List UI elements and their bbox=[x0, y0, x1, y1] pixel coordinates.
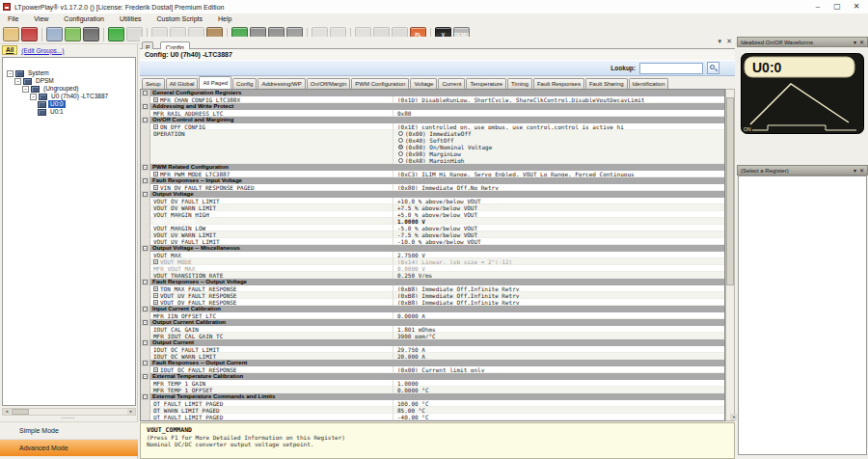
tree-expander-icon[interactable]: − bbox=[30, 94, 37, 100]
register-row-vin-ov-fault-response-paged[interactable]: +VIN_OV_FAULT_RESPONSE_PAGED(0x80) Immed… bbox=[141, 184, 724, 191]
register-row-iout-oc-fault-limit[interactable]: IOUT_OC_FAULT_LIMIT29.750 A bbox=[141, 346, 724, 353]
tree-item-u0-0[interactable]: U0:0 bbox=[3, 100, 135, 108]
radio-option[interactable]: (0x98) MarginLow bbox=[397, 150, 724, 157]
register-name-cell[interactable]: +TON_MAX_FAULT_RESPONSE bbox=[150, 285, 393, 292]
register-value-cell[interactable]: 2.7500 V bbox=[393, 252, 724, 258]
tree-item-u0-1[interactable]: U0:1 bbox=[3, 108, 135, 116]
register-row-ot-fault-limit-paged[interactable]: OT_FAULT_LIMIT_PAGED100.00 °C bbox=[141, 400, 724, 407]
register-value-cell[interactable]: +10.0 % above/below VOUT bbox=[393, 198, 724, 204]
section-header[interactable]: −External Temperature Calibration bbox=[141, 373, 724, 380]
register-row-operation[interactable]: OPERATION(0x00) ImmediateOff(0x40) SoftO… bbox=[141, 130, 724, 164]
register-row-mfr-pwm-mode-ltc3887[interactable]: +MFR_PWM_MODE_LTC3887(0xC3) ILIM Hi Rang… bbox=[141, 171, 724, 177]
tree-expander-icon[interactable]: − bbox=[7, 70, 14, 77]
scrollbar-thumb[interactable] bbox=[726, 97, 734, 285]
register-row-vout-uv-warn-limit[interactable]: VOUT_UV_WARN_LIMIT-7.5 % above/below VOU… bbox=[141, 231, 724, 238]
tab-fault-responses[interactable]: Fault Responses bbox=[533, 78, 584, 89]
register-name-cell[interactable]: +ON_OFF_CONFIG bbox=[150, 123, 393, 130]
tree-expander-icon[interactable]: − bbox=[14, 78, 21, 85]
register-name-cell[interactable]: OPERATION bbox=[150, 130, 393, 164]
menu-configuration[interactable]: Configuration bbox=[56, 14, 112, 25]
maximize-button[interactable]: ▢ bbox=[827, 0, 847, 13]
register-row-mfr-temp-1-offset[interactable]: MFR_TEMP_1_OFFSET0.0000 °C bbox=[141, 387, 724, 393]
radio-option[interactable]: (0x40) SoftOff bbox=[397, 137, 724, 144]
register-name-cell[interactable]: IOUT_CAL_GAIN bbox=[150, 326, 393, 333]
collapse-icon[interactable]: − bbox=[143, 280, 148, 284]
register-name-cell[interactable]: +VOUT_OV_FAULT_RESPONSE bbox=[150, 299, 393, 306]
register-row-ot-warn-limit-paged[interactable]: OT_WARN_LIMIT_PAGED85.00 °C bbox=[141, 407, 724, 414]
register-name-cell[interactable]: IOUT_OC_FAULT_LIMIT bbox=[150, 346, 393, 353]
expand-icon[interactable]: + bbox=[153, 367, 158, 372]
register-name-cell[interactable]: VOUT_OV_FAULT_LIMIT bbox=[150, 198, 393, 204]
register-value-cell[interactable]: 0.0000 A bbox=[393, 312, 724, 319]
section-header[interactable]: −Addressing and Write Protect bbox=[141, 103, 724, 110]
register-value-cell[interactable]: -5.0 % above/below VOUT bbox=[393, 225, 724, 231]
register-value-cell[interactable]: (0xC3) ILIM Hi Range, Servo Enbled, VOUT… bbox=[393, 171, 724, 177]
section-header[interactable]: −On/Off Control and Margining bbox=[141, 117, 724, 123]
collapse-icon[interactable]: − bbox=[143, 91, 148, 95]
close-panel-icon[interactable]: ✕ bbox=[859, 167, 864, 174]
section-header[interactable]: −Fault Responses -- Input Voltage bbox=[141, 177, 724, 184]
edit-groups-link[interactable]: (Edit Groups...) bbox=[21, 47, 64, 54]
collapse-icon[interactable]: − bbox=[143, 165, 148, 170]
register-row-mfr-vout-max[interactable]: MFR_VOUT_MAX0.0000 V bbox=[141, 265, 724, 272]
register-name-cell[interactable]: MFR_RAIL_ADDRESS_LTC bbox=[150, 110, 393, 117]
advanced-mode-button[interactable]: Advanced Mode bbox=[0, 439, 138, 456]
table-vertical-scrollbar[interactable]: ▲ ▼ bbox=[725, 89, 735, 421]
expand-icon[interactable]: + bbox=[153, 172, 158, 176]
register-value-cell[interactable]: 29.750 A bbox=[393, 346, 724, 353]
lookup-combobox[interactable] bbox=[639, 63, 703, 74]
register-row-vout-ov-fault-response[interactable]: +VOUT_OV_FAULT_RESPONSE(0xB8) Immediate … bbox=[141, 299, 724, 306]
register-value-cell[interactable]: 1.801 mOhms bbox=[393, 326, 724, 333]
register-row-iout-oc-warn-limit[interactable]: IOUT_OC_WARN_LIMIT20.000 A bbox=[141, 353, 724, 360]
register-row-mfr-iin-offset-ltc[interactable]: MFR_IIN_OFFSET_LTC0.0000 A bbox=[141, 312, 724, 319]
register-name-cell[interactable]: MFR_TEMP_1_OFFSET bbox=[150, 387, 393, 393]
collapse-icon[interactable]: − bbox=[143, 307, 148, 311]
expand-icon[interactable]: + bbox=[153, 124, 158, 129]
radio-option[interactable]: (0x00) ImmediateOff bbox=[397, 130, 724, 137]
register-name-cell[interactable]: VOUT_MAX bbox=[150, 252, 393, 258]
register-name-cell[interactable]: UT_FAULT_LIMIT_PAGED bbox=[150, 414, 393, 420]
open-file-icon[interactable] bbox=[3, 27, 19, 41]
scrollbar-thumb[interactable] bbox=[12, 409, 29, 415]
register-name-cell[interactable]: +VOUT_UV_FAULT_RESPONSE bbox=[150, 292, 393, 299]
find-icon[interactable] bbox=[46, 27, 63, 41]
config-wizard-icon[interactable] bbox=[83, 27, 99, 41]
register-value-cell[interactable]: 0.0000 °C bbox=[393, 387, 724, 393]
tree-item-system[interactable]: −System bbox=[3, 69, 135, 77]
section-header[interactable]: −Output Voltage bbox=[141, 191, 724, 198]
register-row-mfr-rail-address-ltc[interactable]: MFR_RAIL_ADDRESS_LTC0x80 bbox=[141, 110, 724, 117]
menu-view[interactable]: View bbox=[26, 14, 56, 25]
section-header[interactable]: −Fault Responses -- Output Current bbox=[141, 360, 724, 366]
register-name-cell[interactable]: OT_WARN_LIMIT_PAGED bbox=[150, 407, 393, 414]
register-row-vout-ov-fault-limit[interactable]: VOUT_OV_FAULT_LIMIT+10.0 % above/below V… bbox=[141, 198, 724, 204]
expand-icon[interactable]: + bbox=[153, 259, 158, 264]
register-value-cell[interactable]: (0xB8) Immediate Off,Infinite_Retry bbox=[393, 285, 724, 292]
register-name-cell[interactable]: VOUT_UV_WARN_LIMIT bbox=[150, 231, 393, 238]
register-row-vout-uv-fault-limit[interactable]: VOUT_UV_FAULT_LIMIT-10.0 % above/below V… bbox=[141, 238, 724, 245]
simple-mode-button[interactable]: Simple Mode bbox=[0, 421, 138, 439]
register-name-cell[interactable]: MFR_TEMP_1_GAIN bbox=[150, 380, 393, 387]
collapse-icon[interactable]: − bbox=[143, 246, 148, 251]
register-value-cell[interactable]: (0x1E) controlled_on, use_pmbus, use_con… bbox=[393, 123, 724, 130]
register-row-vout-margin-low[interactable]: VOUT_MARGIN_LOW-5.0 % above/below VOUT bbox=[141, 225, 724, 231]
register-value-cell[interactable]: 0.0000 V bbox=[393, 265, 724, 272]
radio-icon[interactable] bbox=[398, 158, 403, 163]
register-row-mfr-iout-cal-gain-tc[interactable]: MFR_IOUT_CAL_GAIN_TC3900 ppm/°C bbox=[141, 333, 724, 339]
minimize-button[interactable]: – bbox=[808, 0, 827, 13]
collapse-icon[interactable]: − bbox=[143, 361, 148, 365]
collapse-icon[interactable]: − bbox=[143, 104, 148, 109]
collapse-icon[interactable]: − bbox=[143, 118, 148, 122]
radio-icon[interactable] bbox=[398, 138, 403, 143]
register-value-cell[interactable]: (0x00) ImmediateOff(0x40) SoftOff(0x80) … bbox=[393, 130, 724, 164]
tab-identification[interactable]: Identification bbox=[629, 78, 669, 89]
tab-setup[interactable]: Setup bbox=[142, 78, 165, 89]
tab-all-paged[interactable]: All Paged bbox=[199, 76, 231, 89]
section-header[interactable]: −Output Current Calibration bbox=[141, 319, 724, 326]
tree-item-dpsm[interactable]: −DPSM bbox=[3, 77, 135, 85]
tree-horizontal-scrollbar[interactable]: ◄ ► bbox=[2, 408, 136, 416]
tree-item-u0-7h40-ltc3887[interactable]: −U0 (7h40) -LTC3887 bbox=[3, 93, 135, 100]
register-row-iout-oc-fault-response[interactable]: +IOUT_OC_FAULT_RESPONSE(0x00) Current li… bbox=[141, 366, 724, 373]
pin-icon[interactable]: ▾ bbox=[854, 167, 856, 174]
register-value-cell[interactable]: 0.250 V/ms bbox=[393, 272, 724, 279]
register-value-cell[interactable]: (0x00) Current limit only bbox=[393, 366, 724, 373]
